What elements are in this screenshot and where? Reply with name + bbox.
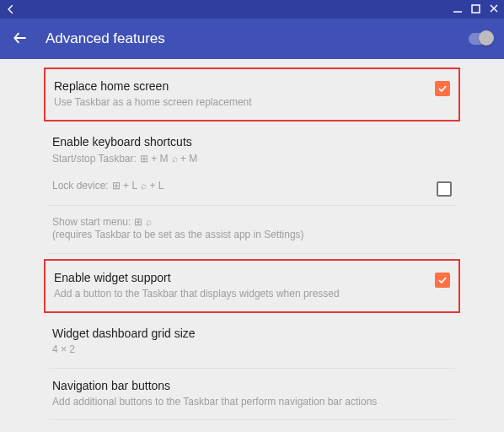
window-close-button[interactable] xyxy=(489,3,499,16)
setting-show-start-menu[interactable]: Show start menu: ⊞ ⌕ (requires Taskbar t… xyxy=(49,206,455,253)
setting-desc: Add a button to the Taskbar that display… xyxy=(54,287,408,301)
setting-title: Widget dashboard grid size xyxy=(52,327,410,340)
page-title: Advanced features xyxy=(46,30,469,47)
setting-replace-home-screen[interactable]: Replace home screen Use Taskbar as a hom… xyxy=(44,68,460,122)
setting-desc: 4 × 2 xyxy=(52,343,410,357)
setting-title: Enable widget support xyxy=(54,271,408,284)
window-titlebar xyxy=(0,0,504,19)
setting-lock-device-shortcut[interactable]: Lock device: ⊞ + L ⌕ + L xyxy=(49,171,455,206)
keyboard-shortcut-line: Lock device: ⊞ + L ⌕ + L xyxy=(52,180,410,192)
setting-enable-widget-support[interactable]: Enable widget support Add a button to th… xyxy=(44,259,460,313)
setting-desc: Add additional buttons to the Taskbar th… xyxy=(52,395,410,409)
window-minimize-button[interactable] xyxy=(453,3,463,16)
svg-rect-1 xyxy=(472,5,480,13)
setting-title: Enable keyboard shortcuts xyxy=(52,135,410,148)
setting-third-party-integration[interactable]: Allow third-party app integration Disabl… xyxy=(49,420,455,432)
setting-navigation-bar-buttons[interactable]: Navigation bar buttons Add additional bu… xyxy=(49,369,455,420)
keyboard-shortcut-line: Show start menu: ⊞ ⌕ xyxy=(52,216,410,228)
appbar: Advanced features xyxy=(0,19,504,59)
master-toggle[interactable] xyxy=(469,33,492,45)
setting-desc: Use Taskbar as a home screen replacement xyxy=(54,95,408,110)
window-maximize-button[interactable] xyxy=(471,3,480,16)
setting-title: Navigation bar buttons xyxy=(52,379,410,392)
checkbox-off-icon[interactable] xyxy=(437,181,452,197)
setting-title: Replace home screen xyxy=(54,79,408,93)
checkbox-on-icon[interactable] xyxy=(435,273,450,288)
settings-list: Replace home screen Use Taskbar as a hom… xyxy=(0,59,504,432)
checkbox-on-icon[interactable] xyxy=(435,81,450,96)
setting-widget-grid-size[interactable]: Widget dashboard grid size 4 × 2 xyxy=(49,313,455,368)
appbar-back-button[interactable] xyxy=(12,30,29,49)
keyboard-shortcut-line: Start/stop Taskbar: ⊞ + M ⌕ + M xyxy=(52,153,410,165)
titlebar-back-button[interactable] xyxy=(5,3,17,15)
setting-keyboard-shortcuts[interactable]: Enable keyboard shortcuts Start/stop Tas… xyxy=(49,122,455,171)
setting-note: (requires Taskbar to be set as the assis… xyxy=(52,228,410,242)
